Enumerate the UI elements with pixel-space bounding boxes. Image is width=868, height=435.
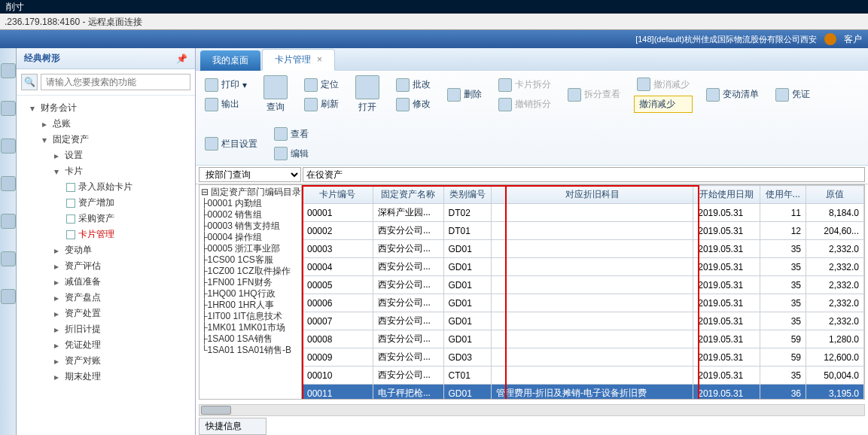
cell: GD01 <box>443 258 491 276</box>
rail-btn[interactable] <box>1 63 16 78</box>
dept-node[interactable]: ├1SA00 1SA销售 <box>201 333 300 345</box>
table-row[interactable]: 00009西安分公司...GD032019.05.315912,600.0 <box>303 348 864 367</box>
batch-button[interactable]: 批改 <box>393 77 434 93</box>
tree-node[interactable]: ▸减值准备 <box>20 274 192 290</box>
table-row[interactable]: 00007西安分公司...GD012019.05.31352,332.0 <box>303 312 864 330</box>
dept-node[interactable]: └1SA01 1SA01销售-B <box>201 345 300 356</box>
edit-button[interactable]: 编辑 <box>271 145 312 162</box>
view-button[interactable]: 查看 <box>271 126 312 142</box>
dept-node[interactable]: ├1HR00 1HR人事 <box>201 300 300 311</box>
voucher-button[interactable]: 凭证 <box>772 74 813 115</box>
dept-node[interactable]: ├1CZ00 1CZ取件操作 <box>201 266 300 277</box>
tree-node[interactable]: ▾卡片 <box>20 163 192 179</box>
view-icon <box>274 127 288 141</box>
cell: GD01 <box>443 385 491 400</box>
delete-button[interactable]: 删除 <box>444 74 485 115</box>
tab-card-mgmt[interactable]: 卡片管理× <box>262 49 335 71</box>
table-row[interactable]: 00010西安分公司...CT012019.05.313550,004.0 <box>303 367 864 385</box>
tree-node[interactable]: 录入原始卡片 <box>20 179 192 195</box>
dept-node[interactable]: ├1FN00 1FN财务 <box>201 277 300 288</box>
cell: 00001 <box>303 204 373 222</box>
cell: 2019.05.31 <box>693 312 760 330</box>
rail-btn[interactable] <box>1 176 16 191</box>
split-cancel-button[interactable]: 撤销拆分 <box>495 96 554 113</box>
tree-node[interactable]: 卡片管理 <box>20 227 192 242</box>
table-row[interactable]: 00008西安分公司...GD012019.05.31591,280.0 <box>303 330 864 348</box>
scrollbar-horizontal[interactable] <box>199 404 865 416</box>
dept-node[interactable]: ├00002 销售组 <box>201 209 300 221</box>
table-row[interactable]: 00005西安分公司...GD012019.05.31352,332.0 <box>303 276 864 294</box>
tree-node[interactable]: ▾财务会计 <box>20 100 192 116</box>
tree-node[interactable]: ▸变动单 <box>20 242 192 258</box>
tree-node[interactable]: ▾固定资产 <box>20 132 192 148</box>
refresh-button[interactable]: 刷新 <box>301 96 342 113</box>
search-icon[interactable]: 🔍 <box>21 74 38 90</box>
rail-btn[interactable] <box>1 289 16 304</box>
dept-query-select[interactable]: 按部门查询 <box>199 167 301 182</box>
dept-node[interactable]: ├00003 销售支持组 <box>201 221 300 232</box>
scroll-thumb[interactable] <box>201 406 231 415</box>
tree-node[interactable]: ▸资产对账 <box>20 353 192 369</box>
tree-node[interactable]: ▸资产评估 <box>20 258 192 274</box>
col-header[interactable]: 类别编号 <box>443 186 491 204</box>
locate-button[interactable]: 定位 <box>301 77 342 93</box>
col-header[interactable]: 卡片编号 <box>303 186 373 204</box>
tree-node[interactable]: ▸资产盘点 <box>20 290 192 306</box>
status-input[interactable] <box>303 167 865 182</box>
column-set-button[interactable]: 栏目设置 <box>202 126 260 162</box>
query-button[interactable]: 查询 <box>260 74 291 115</box>
dept-tree[interactable]: ⊟ 固定资产部门编码目录 ├00001 内勤组 ├00002 销售组 ├0000… <box>199 185 302 399</box>
rail-btn[interactable] <box>1 138 16 154</box>
tree-node[interactable]: ▸凭证处理 <box>20 337 192 353</box>
tree-node[interactable]: ▸折旧计提 <box>20 321 192 337</box>
tree-node[interactable]: ▸资产处置 <box>20 306 192 321</box>
rail-btn[interactable] <box>1 101 16 116</box>
sidebar-title: 经典树形 <box>24 52 60 65</box>
split-view-button[interactable]: 拆分查看 <box>565 74 623 115</box>
table-row[interactable]: 00002西安分公司...DT012019.05.3112204,60... <box>303 222 864 240</box>
cancel-reduce-button[interactable]: 撤消减少 <box>634 96 693 113</box>
tree-node[interactable]: ▸总账 <box>20 116 192 132</box>
reduce-button[interactable]: 撤消减少 <box>634 76 693 93</box>
rail-btn[interactable] <box>1 214 16 229</box>
table-row[interactable]: 00003西安分公司...GD012019.05.31352,332.0 <box>303 240 864 258</box>
dept-node[interactable]: ├1CS00 1CS客服 <box>201 254 300 266</box>
print-button[interactable]: 打印 ▾ <box>202 77 250 93</box>
tree-node[interactable]: 资产增加 <box>20 195 192 211</box>
dept-node[interactable]: ├00001 内勤组 <box>201 198 300 209</box>
col-header[interactable]: 对应折旧科目 <box>491 186 693 204</box>
dept-node[interactable]: ├00005 浙江事业部 <box>201 243 300 254</box>
tree-node[interactable]: 采购资产 <box>20 211 192 227</box>
dept-node[interactable]: ├1HQ00 1HQ行政 <box>201 288 300 300</box>
col-header[interactable]: 开始使用日期 <box>693 186 760 204</box>
nav-tree: ▾财务会计▸总账▾固定资产▸设置▾卡片录入原始卡片资产增加采购资产卡片管理▸变动… <box>17 96 195 435</box>
customer-label[interactable]: 客户 <box>844 33 862 46</box>
dept-node[interactable]: ├00004 操作组 <box>201 232 300 243</box>
cell: 00003 <box>303 240 373 258</box>
close-icon[interactable]: × <box>317 54 322 65</box>
table-row[interactable]: 00004西安分公司...GD012019.05.31352,332.0 <box>303 258 864 276</box>
modify-button[interactable]: 修改 <box>393 96 434 113</box>
dept-node[interactable]: ⊟ 固定资产部门编码目录 <box>201 187 300 198</box>
split-button[interactable]: 卡片拆分 <box>495 77 554 93</box>
col-header[interactable]: 原值 <box>806 186 863 204</box>
customer-icon[interactable] <box>824 33 836 45</box>
dept-node[interactable]: ├1IT00 1IT信息技术 <box>201 311 300 322</box>
export-button[interactable]: 输出 <box>202 96 250 113</box>
open-button[interactable]: 打开 <box>352 74 382 115</box>
quick-info-tab[interactable]: 快捷信息 <box>199 418 266 435</box>
change-list-button[interactable]: 变动清单 <box>703 74 762 115</box>
rail-btn[interactable] <box>1 251 16 266</box>
pin-icon[interactable]: 📌 <box>176 53 187 64</box>
table-row[interactable]: 00001深科产业园...DT022019.05.31118,184.0 <box>303 204 864 222</box>
table-row[interactable]: 00006西安分公司...GD012019.05.31352,332.0 <box>303 294 864 312</box>
table-row[interactable]: 00011电子秤把枪...GD01管理费用-折旧及摊销-电子设备折旧费2019.… <box>303 385 864 400</box>
col-header[interactable]: 固定资产名称 <box>373 186 443 204</box>
dept-node[interactable]: ├1MK01 1MK01市场 <box>201 322 300 333</box>
tab-desktop[interactable]: 我的桌面 <box>200 50 260 71</box>
tree-node[interactable]: ▸期末处理 <box>20 369 192 385</box>
tree-node[interactable]: ▸设置 <box>20 148 192 163</box>
data-grid[interactable]: 卡片编号固定资产名称类别编号对应折旧科目开始使用日期使用年...原值00001深… <box>302 185 864 399</box>
col-header[interactable]: 使用年... <box>760 186 806 204</box>
search-input[interactable] <box>41 74 190 90</box>
